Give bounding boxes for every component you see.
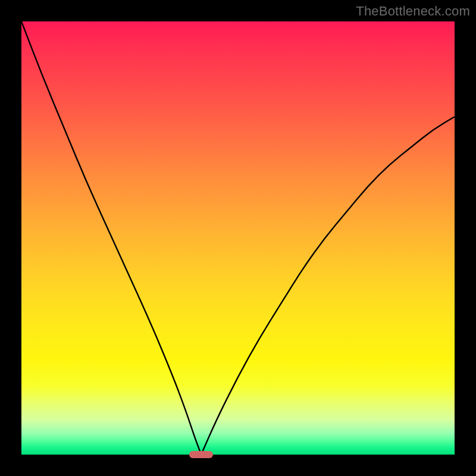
right-branch-curve [201, 117, 455, 455]
watermark-text: TheBottleneck.com [356, 4, 470, 19]
minimum-marker [189, 451, 213, 458]
chart-frame: TheBottleneck.com [0, 0, 476, 476]
plot-area [21, 21, 455, 455]
curve-layer [21, 21, 455, 455]
left-branch-curve [21, 21, 201, 455]
